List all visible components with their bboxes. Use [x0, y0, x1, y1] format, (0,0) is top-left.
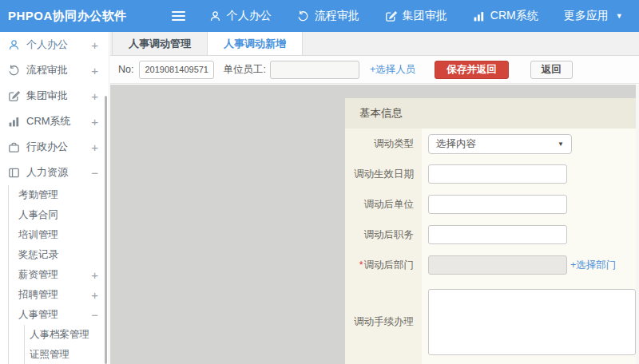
expand-icon[interactable]: + — [91, 39, 98, 51]
nav-personal-office[interactable]: 个人办公 — [209, 9, 272, 23]
sidebar-item-label: 奖惩记录 — [18, 248, 58, 262]
required-mark: * — [359, 259, 363, 271]
sidebar-item-attendance[interactable]: 考勤管理 — [9, 185, 109, 205]
form-row-department: * 调动后部门 +选择部门 — [345, 250, 636, 280]
top-navbar: PHPOA协同办公软件 个人办公 流程审批 集团审批 CRM系统 更多应用 ▼ — [0, 0, 639, 32]
tab-transfer-new[interactable]: 人事调动新增 — [207, 32, 303, 55]
nav-label: 个人办公 — [227, 9, 272, 23]
sidebar-item-certificates[interactable]: 证照管理 — [25, 345, 109, 364]
save-and-return-button[interactable]: 保存并返回 — [435, 61, 509, 79]
procedure-label: 调动手续办理 — [345, 280, 422, 364]
sidebar-item-admin-office[interactable]: 行政办公 + — [0, 134, 109, 160]
caret-down-icon: ▼ — [616, 12, 623, 20]
department-label: 调动后部门 — [364, 259, 415, 272]
caret-down-icon: ▼ — [558, 140, 564, 148]
effective-date-input[interactable] — [428, 164, 567, 184]
sidebar-item-label: 培训管理 — [18, 228, 58, 242]
form-row-position: 调动后职务 — [345, 220, 636, 250]
employee-label: 单位员工: — [223, 63, 265, 77]
expand-icon[interactable]: + — [91, 116, 98, 128]
edit-square-icon — [8, 90, 20, 102]
form-row-date: 调动生效日期 — [345, 159, 636, 189]
form-panel: 基本信息 调动类型 选择内容 ▼ 调动生效日期 调动后单位 — [345, 98, 636, 364]
process-icon — [297, 10, 309, 22]
sidebar-item-personnel-files[interactable]: 人事档案管理 — [25, 325, 109, 345]
app-logo: PHPOA协同办公软件 — [8, 9, 127, 24]
sidebar-item-group-approval[interactable]: 集团审批 + — [0, 83, 109, 109]
sidebar-item-process-approval[interactable]: 流程审批 + — [0, 57, 109, 83]
select-department-link[interactable]: +选择部门 — [570, 259, 616, 272]
no-input[interactable] — [139, 61, 214, 79]
nav-crm-system[interactable]: CRM系统 — [473, 9, 538, 23]
sidebar-item-label: 招聘管理 — [18, 288, 58, 302]
sidebar-item-label: 人事档案管理 — [30, 328, 89, 342]
expand-icon[interactable]: + — [91, 141, 98, 153]
employee-input[interactable] — [270, 61, 359, 79]
transfer-type-select[interactable]: 选择内容 ▼ — [428, 134, 572, 154]
hr-submenu: 考勤管理 人事合同 培训管理 奖惩记录 薪资管理 + 招聘管理 + 人事管理 − — [8, 185, 109, 364]
type-label: 调动类型 — [345, 129, 422, 159]
user-icon — [8, 39, 20, 51]
collapse-icon[interactable]: − — [91, 167, 98, 179]
bar-chart-icon — [8, 116, 20, 128]
content-area: 基本信息 调动类型 选择内容 ▼ 调动生效日期 调动后单位 — [110, 85, 639, 364]
position-label: 调动后职务 — [345, 220, 422, 250]
new-unit-input[interactable] — [428, 195, 567, 214]
sidebar-item-label: 证照管理 — [30, 348, 69, 362]
new-department-input — [428, 255, 567, 275]
nav-more-apps[interactable]: 更多应用 ▼ — [564, 9, 623, 23]
edit-square-icon — [385, 10, 397, 22]
sidebar: 个人办公 + 流程审批 + 集团审批 + CRM系统 + 行政办公 + 人力资源… — [0, 32, 109, 364]
page-scrollbar-track — [636, 85, 639, 364]
form-row-type: 调动类型 选择内容 ▼ — [345, 129, 636, 159]
collapse-icon[interactable]: − — [91, 309, 98, 321]
no-label: No: — [118, 64, 133, 75]
nav-label: 流程审批 — [315, 9, 359, 23]
sidebar-item-salary[interactable]: 薪资管理 + — [9, 265, 109, 285]
nav-label: 集团审批 — [403, 9, 447, 23]
sidebar-item-training[interactable]: 培训管理 — [9, 225, 109, 245]
toolbar: No: 单位员工: +选择人员 保存并返回 返回 — [110, 56, 639, 84]
nav-label: 更多应用 — [564, 9, 609, 23]
sidebar-scrollbar[interactable] — [105, 96, 107, 364]
personnel-submenu: 人事档案管理 证照管理 — [24, 325, 109, 364]
sidebar-item-hr[interactable]: 人力资源 − — [0, 160, 109, 185]
sidebar-item-label: 个人办公 — [26, 38, 68, 52]
sidebar-item-label: 薪资管理 — [18, 268, 58, 282]
form-row-procedure: 调动手续办理 — [345, 280, 636, 364]
expand-icon[interactable]: + — [91, 90, 98, 102]
tab-transfer-management[interactable]: 人事调动管理 — [112, 32, 208, 55]
unit-label: 调动后单位 — [345, 189, 422, 220]
user-icon — [209, 10, 221, 22]
nav-group-approval[interactable]: 集团审批 — [385, 9, 447, 23]
sidebar-item-label: CRM系统 — [26, 114, 71, 129]
book-icon — [8, 167, 20, 179]
sidebar-item-label: 集团审批 — [26, 89, 68, 103]
sidebar-item-label: 人事管理 — [18, 308, 58, 322]
sidebar-item-personal-office[interactable]: 个人办公 + — [0, 32, 109, 57]
sidebar-item-personnel-mgmt[interactable]: 人事管理 − — [9, 305, 109, 325]
expand-icon[interactable]: + — [91, 289, 98, 301]
sidebar-item-crm[interactable]: CRM系统 + — [0, 109, 109, 134]
tab-bar: 人事调动管理 人事调动新增 — [110, 32, 639, 56]
nav-process-approval[interactable]: 流程审批 — [297, 9, 359, 23]
new-position-input[interactable] — [428, 225, 567, 244]
procedure-textarea[interactable] — [428, 289, 636, 355]
main-area: 人事调动管理 人事调动新增 No: 单位员工: +选择人员 保存并返回 返回 基… — [110, 32, 639, 364]
sidebar-item-label: 人力资源 — [26, 165, 68, 180]
nav-label: CRM系统 — [490, 9, 538, 23]
sidebar-item-recruitment[interactable]: 招聘管理 + — [9, 285, 109, 305]
briefcase-icon — [8, 141, 20, 153]
process-icon — [8, 65, 20, 77]
select-value: 选择内容 — [436, 137, 476, 151]
sidebar-item-hr-contract[interactable]: 人事合同 — [9, 205, 109, 225]
top-nav-menu: 个人办公 流程审批 集团审批 CRM系统 更多应用 ▼ — [209, 9, 623, 23]
form-row-unit: 调动后单位 — [345, 189, 636, 220]
back-button[interactable]: 返回 — [530, 61, 573, 79]
hamburger-icon[interactable] — [172, 11, 185, 21]
date-label: 调动生效日期 — [345, 159, 422, 189]
select-person-link[interactable]: +选择人员 — [370, 63, 415, 77]
sidebar-item-rewards[interactable]: 奖惩记录 — [9, 245, 109, 265]
expand-icon[interactable]: + — [91, 65, 98, 77]
expand-icon[interactable]: + — [91, 269, 98, 281]
